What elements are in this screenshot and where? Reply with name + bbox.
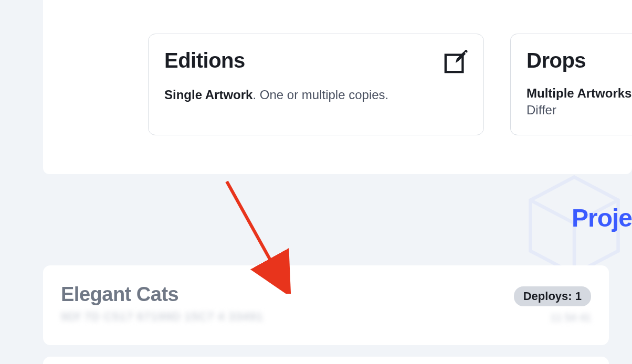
project-id-blurred: 9Df 7D C517 67199D 15C7 4 33491 [61,310,339,320]
project-card-next-partial[interactable] [43,357,609,364]
editions-desc-bold: Single Artwork [164,88,252,102]
editions-description: Single Artwork. One or multiple copies. [164,87,468,103]
drops-card[interactable]: Drops Multiple Artworks. Differ [510,34,632,135]
drops-card-header: Drops [526,49,632,72]
project-info-left: Elegant Cats 9Df 7D C517 67199D 15C7 4 3… [61,283,339,320]
svg-line-5 [227,181,280,278]
drops-desc-bold: Multiple Artworks [526,86,631,100]
deploys-count-badge: Deploys: 1 [514,286,591,306]
editions-title: Editions [164,49,245,72]
editions-desc-rest: . One or multiple copies. [252,88,388,102]
project-info-right: Deploys: 1 11 54 41 [481,286,591,323]
option-cards-row: Editions Single Artwork. One or multiple… [148,34,632,135]
edit-icon [444,50,468,74]
project-timestamp-blurred: 11 54 41 [481,312,591,323]
project-card-elegant-cats[interactable]: Elegant Cats 9Df 7D C517 67199D 15C7 4 3… [43,265,609,345]
editions-card-header: Editions [164,49,468,74]
drops-description: Multiple Artworks. Differ [526,85,632,119]
editions-card[interactable]: Editions Single Artwork. One or multiple… [148,34,484,135]
project-title: Elegant Cats [61,283,339,306]
options-panel: Editions Single Artwork. One or multiple… [43,0,632,174]
drops-title: Drops [526,49,586,72]
projects-section-heading: Proje [572,204,632,232]
